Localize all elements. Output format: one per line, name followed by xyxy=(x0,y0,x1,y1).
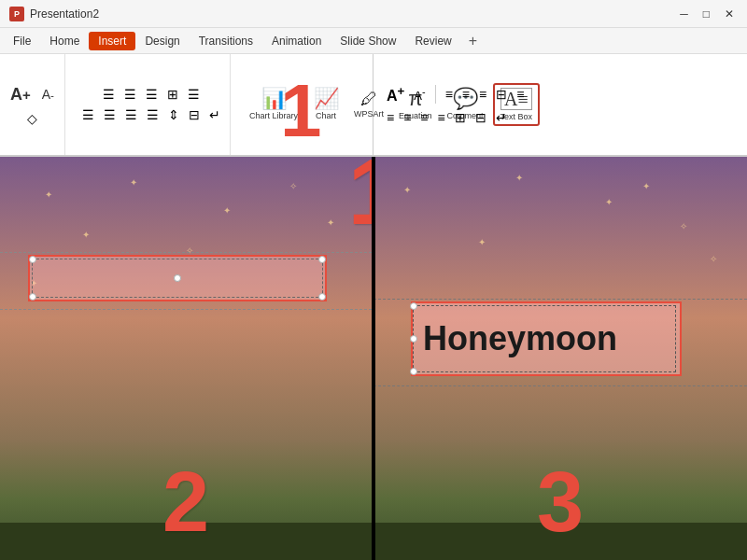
star-decoration: ✦ xyxy=(403,185,411,195)
star-decoration: ✦ xyxy=(515,173,523,183)
eraser-icon[interactable]: ◇ xyxy=(23,110,41,127)
menu-file[interactable]: File xyxy=(4,32,40,50)
text-dir-icon[interactable]: ↵ xyxy=(205,106,224,123)
honeymoon-label: Honeymoon xyxy=(423,319,617,358)
ribbon-group-font: A+ A- ◇ xyxy=(0,54,65,155)
align-justify-icon[interactable]: ☰ xyxy=(143,106,162,123)
font-size-down-right-icon[interactable]: A- xyxy=(410,85,429,104)
bullet-list-icon[interactable]: ☰ xyxy=(99,86,119,103)
textbox-right[interactable]: Honeymoon xyxy=(411,301,682,376)
menu-home[interactable]: Home xyxy=(40,32,89,50)
title-bar: P Presentation2 ─ □ ✕ xyxy=(0,0,747,28)
resize-handle-br[interactable] xyxy=(318,293,326,301)
spacing-r-icon[interactable]: ⊞ xyxy=(451,109,470,126)
menu-transitions[interactable]: Transitions xyxy=(190,32,262,50)
align-l-r-icon[interactable]: ≡ xyxy=(383,109,398,126)
resize-handle-bl[interactable] xyxy=(410,368,417,375)
slide-background-left: ✦ ✦ ✦ ✧ ✦ ✧ ✦ ✦ xyxy=(0,157,372,560)
menu-bar: File Home Insert Design Transitions Anim… xyxy=(0,28,747,54)
panel-divider xyxy=(374,157,375,560)
step3-indicator: 3 xyxy=(537,455,584,551)
star-decoration: ✦ xyxy=(223,205,231,216)
slide-area: ✦ ✦ ✦ ✧ ✦ ✧ ✦ ✦ xyxy=(0,157,747,560)
columns2-icon[interactable]: ⊟ xyxy=(185,106,204,123)
ribbon-group-lists: ☰ ☰ ☰ ⊞ ☰ ☰ ☰ ☰ ☰ ⇕ ⊟ ↵ xyxy=(73,54,231,155)
step1-number: 1 xyxy=(280,68,322,154)
menu-slideshow[interactable]: Slide Show xyxy=(331,32,405,50)
star-decoration: ✧ xyxy=(289,181,297,191)
maximize-button[interactable]: □ xyxy=(699,7,713,21)
bullets-r-icon[interactable]: ≡ xyxy=(442,86,457,103)
dir2-r-icon[interactable]: ↵ xyxy=(492,109,511,126)
col-r-icon[interactable]: ⊟ xyxy=(492,86,511,103)
app-icon: P xyxy=(9,7,24,21)
slide-panel-right[interactable]: ✦ ✦ ✦ ✧ ✦ ✦ ✧ Honeymoon xyxy=(374,157,747,560)
star-decoration: ✦ xyxy=(45,189,52,200)
textbox-left[interactable] xyxy=(28,255,327,301)
columns-icon[interactable]: ⊞ xyxy=(163,86,182,103)
app-title: Presentation2 xyxy=(30,7,99,21)
step1-indicator: 1 xyxy=(347,157,374,245)
ribbon-right-section: A+ A- ≡ ≡ ≡ ⊟ ≡ ≡ ≡ ≡ ≡ ⊞ ⊟ ↵ xyxy=(374,54,747,155)
resize-handle-tr[interactable] xyxy=(318,256,326,263)
align-right-icon[interactable]: ☰ xyxy=(121,106,141,123)
star-decoration: ✧ xyxy=(710,254,717,264)
indent-r-icon[interactable]: ≡ xyxy=(475,86,490,103)
resize-handle-tl[interactable] xyxy=(29,256,36,263)
resize-handle-ml[interactable] xyxy=(410,335,417,343)
minimize-button[interactable]: ─ xyxy=(676,7,692,21)
font-size-up-right-icon[interactable]: A+ xyxy=(383,83,408,105)
menu-insert[interactable]: Insert xyxy=(89,32,135,50)
slide-background-right: ✦ ✦ ✦ ✧ ✦ ✦ ✧ Honeymoon xyxy=(374,157,747,560)
font-size-increase-button[interactable]: A+ xyxy=(6,83,35,106)
star-decoration: ✦ xyxy=(605,197,613,207)
indent-icon[interactable]: ☰ xyxy=(142,86,162,103)
resize-handle-bl[interactable] xyxy=(29,293,36,301)
slide-panel-left[interactable]: ✦ ✦ ✦ ✧ ✦ ✧ ✦ ✦ xyxy=(0,157,374,560)
direction-icon[interactable]: ☰ xyxy=(184,86,204,103)
spacing-icon[interactable]: ⇕ xyxy=(164,106,183,123)
star-decoration: ✦ xyxy=(130,177,137,188)
align-left-icon[interactable]: ☰ xyxy=(78,106,98,123)
align-center-icon[interactable]: ☰ xyxy=(100,106,120,123)
dir-r-icon[interactable]: ≡ xyxy=(513,86,528,103)
menu-animation[interactable]: Animation xyxy=(262,32,331,50)
star-decoration: ✦ xyxy=(82,230,90,240)
resize-handle-center2[interactable] xyxy=(174,274,181,282)
menu-review[interactable]: Review xyxy=(405,32,460,50)
col2-r-icon[interactable]: ⊟ xyxy=(472,109,490,126)
textbox-right-inner: Honeymoon xyxy=(413,305,676,372)
tree-silhouette xyxy=(0,523,372,560)
star-decoration: ✦ xyxy=(642,181,650,191)
numbered-r-icon[interactable]: ≡ xyxy=(458,86,473,103)
textbox-left-inner xyxy=(32,259,323,298)
resize-handle-tl[interactable] xyxy=(410,302,417,310)
star-decoration: ✦ xyxy=(478,237,486,247)
ribbon: A+ A- ◇ ☰ ☰ ☰ ⊞ ☰ ☰ ☰ xyxy=(0,54,747,157)
add-tab-button[interactable]: + xyxy=(461,33,485,49)
align-c-r-icon[interactable]: ≡ xyxy=(400,109,415,126)
font-size-decrease-button[interactable]: A- xyxy=(37,85,59,104)
close-button[interactable]: ✕ xyxy=(721,7,738,21)
menu-design[interactable]: Design xyxy=(135,32,189,50)
align-r-r-icon[interactable]: ≡ xyxy=(416,109,431,126)
star-decoration: ✦ xyxy=(327,217,334,228)
star-decoration: ✧ xyxy=(680,221,687,231)
align-j-r-icon[interactable]: ≡ xyxy=(434,109,449,126)
numbered-list-icon[interactable]: ☰ xyxy=(120,86,140,103)
